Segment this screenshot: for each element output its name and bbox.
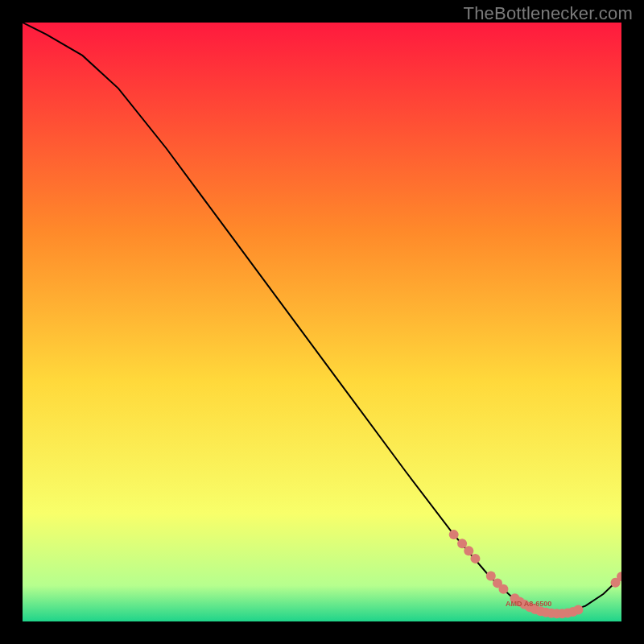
data-point bbox=[457, 539, 467, 548]
data-point bbox=[464, 546, 473, 555]
data-point bbox=[470, 554, 480, 564]
data-point bbox=[498, 584, 508, 594]
chart-container: TheBottlenecker.com AMD A8-6500 bbox=[0, 0, 644, 644]
series-label: AMD A8-6500 bbox=[506, 600, 551, 608]
bottleneck-chart: AMD A8-6500 bbox=[23, 23, 621, 621]
data-point bbox=[486, 571, 496, 580]
gradient-background bbox=[23, 23, 621, 621]
watermark-text: TheBottlenecker.com bbox=[464, 3, 633, 24]
data-point bbox=[573, 605, 583, 614]
data-point bbox=[449, 530, 459, 539]
